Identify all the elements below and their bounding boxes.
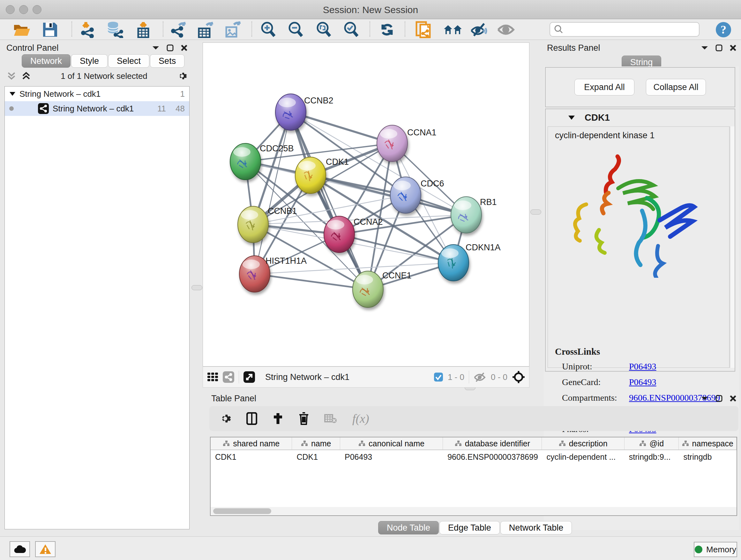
share-network-icon[interactable] [223, 371, 234, 383]
tab-sets[interactable]: Sets [150, 54, 185, 68]
hide-selected-icon[interactable] [470, 20, 488, 39]
show-columns-icon[interactable] [246, 412, 257, 425]
node-CCNA1[interactable] [377, 125, 408, 162]
import-network-from-file-icon[interactable] [78, 20, 96, 39]
node-CDKN1A[interactable] [438, 245, 469, 281]
node-CDC6[interactable] [390, 177, 421, 213]
node-CDK1[interactable] [295, 157, 326, 193]
zoom-out-icon[interactable] [286, 20, 305, 39]
collapse-panel-icon[interactable] [701, 396, 709, 401]
edge-HIST1H1A-CCNE1[interactable] [255, 274, 368, 289]
fit-selected-crosshair-icon[interactable] [512, 370, 525, 384]
left-splitter-handle[interactable] [192, 285, 202, 290]
network-row[interactable]: String Network – cdk1 11 48 [5, 101, 189, 116]
column-header-description[interactable]: description [542, 437, 624, 449]
entry-description: cyclin-dependent kinase 1 [555, 131, 729, 140]
search-box[interactable] [549, 22, 699, 37]
hidden-eye-icon [474, 372, 486, 382]
collapse-panel-icon[interactable] [701, 45, 709, 51]
cell-database-identifier[interactable]: 9606.ENSP00000378699 [443, 452, 542, 462]
crosslink-link[interactable]: P06493 [629, 377, 657, 387]
network-graph[interactable]: CCNB2CCNA1CDC25BCDK1CDC6RB1CCNB1CCNA2CDK… [203, 43, 529, 366]
selected-checkbox-icon[interactable] [434, 372, 443, 382]
column-header-name[interactable]: name [292, 437, 340, 449]
node-CDC25B[interactable] [230, 143, 261, 180]
close-panel-icon[interactable] [181, 44, 188, 51]
import-table-icon[interactable] [134, 20, 152, 39]
delete-column-icon[interactable] [299, 412, 309, 425]
search-input[interactable] [563, 24, 691, 35]
right-splitter-handle[interactable] [530, 209, 541, 214]
export-table-icon[interactable] [196, 20, 214, 39]
float-panel-icon[interactable] [166, 44, 174, 51]
create-column-icon[interactable] [273, 413, 283, 425]
cloud-icon [13, 545, 26, 554]
warnings-button[interactable] [35, 541, 56, 557]
zoom-fit-icon[interactable] [315, 20, 333, 39]
float-panel-icon[interactable] [716, 395, 723, 402]
zoom-selected-icon[interactable] [342, 20, 360, 39]
expand-all-tree-icon[interactable] [22, 72, 30, 80]
cloud-status-button[interactable] [10, 541, 30, 557]
memory-button[interactable]: Memory [694, 542, 737, 557]
collapse-all-button[interactable]: Collapse All [646, 79, 706, 96]
node-RB1[interactable] [451, 197, 482, 233]
tab-select[interactable]: Select [108, 54, 149, 68]
zoom-in-icon[interactable] [259, 20, 278, 39]
table-settings-gear-icon[interactable] [219, 413, 231, 424]
tree-expand-icon[interactable] [9, 91, 16, 96]
refresh-icon[interactable] [378, 20, 396, 39]
tab-network[interactable]: Network [22, 54, 71, 68]
edge-CCNB2-CCNA1[interactable] [291, 112, 392, 143]
crosslink-link[interactable]: P06493 [629, 361, 657, 372]
window-titlebar: Session: New Session [0, 0, 741, 19]
node-label-CCNB1: CCNB1 [268, 206, 297, 216]
cell-description[interactable]: cyclin-dependent ... [542, 452, 624, 462]
export-network-icon[interactable] [169, 20, 187, 39]
scrollbar-thumb[interactable] [213, 508, 271, 514]
tab-edge-table[interactable]: Edge Table [440, 521, 500, 535]
close-panel-icon[interactable] [730, 395, 737, 402]
network-options-gear-icon[interactable] [178, 71, 187, 81]
main-toolbar: ? [0, 19, 741, 40]
column-header-canonical-name[interactable]: canonical name [340, 437, 443, 449]
close-panel-icon[interactable] [730, 44, 737, 51]
column-header-@id[interactable]: @id [624, 437, 679, 449]
export-image-icon[interactable] [223, 20, 242, 39]
network-collection-row[interactable]: String Network – cdk1 1 [5, 86, 189, 101]
help-icon[interactable]: ? [714, 20, 733, 39]
open-in-browser-icon[interactable] [244, 371, 255, 383]
collapse-all-tree-icon[interactable] [7, 72, 16, 80]
open-session-icon[interactable] [13, 20, 31, 39]
save-session-icon[interactable] [41, 20, 59, 39]
tab-node-table[interactable]: Node Table [378, 521, 439, 535]
cell-@id[interactable]: stringdb:9... [624, 452, 679, 462]
first-neighbors-icon[interactable] [443, 20, 461, 39]
node-CCNB1[interactable] [238, 206, 268, 243]
table-horizontal-scrollbar[interactable] [211, 507, 737, 515]
column-header-database-identifier[interactable]: database identifier [443, 437, 542, 449]
tab-network-table[interactable]: Network Table [500, 521, 572, 535]
column-header-shared-name[interactable]: shared name [211, 437, 292, 449]
expand-all-button[interactable]: Expand All [575, 79, 634, 96]
results-scrollbar[interactable] [730, 126, 735, 368]
node-CCNB2[interactable] [275, 94, 306, 130]
table-row[interactable]: CDK1CDK1P064939606.ENSP00000378699cyclin… [211, 450, 737, 463]
tab-style[interactable]: Style [71, 54, 108, 68]
collapse-panel-icon[interactable] [152, 45, 159, 51]
cell-name[interactable]: CDK1 [292, 452, 340, 462]
node-CCNE1[interactable] [353, 271, 383, 307]
birdseye-grid-icon[interactable] [207, 371, 218, 383]
entry-collapse-icon[interactable] [568, 115, 575, 120]
cell-shared-name[interactable]: CDK1 [211, 452, 292, 462]
cell-namespace[interactable]: stringdb [679, 452, 737, 462]
network-canvas[interactable]: CCNB2CCNA1CDC25BCDK1CDC6RB1CCNB1CCNA2CDK… [203, 43, 529, 367]
column-header-namespace[interactable]: namespace [679, 437, 737, 449]
import-network-from-database-icon[interactable] [105, 20, 124, 39]
show-all-icon[interactable] [496, 20, 515, 39]
node-CCNA2[interactable] [324, 216, 354, 253]
new-network-from-selection-icon[interactable] [415, 20, 433, 39]
float-panel-icon[interactable] [716, 44, 723, 51]
cell-canonical-name[interactable]: P06493 [340, 452, 443, 462]
control-panel-title: Control Panel [6, 43, 59, 53]
